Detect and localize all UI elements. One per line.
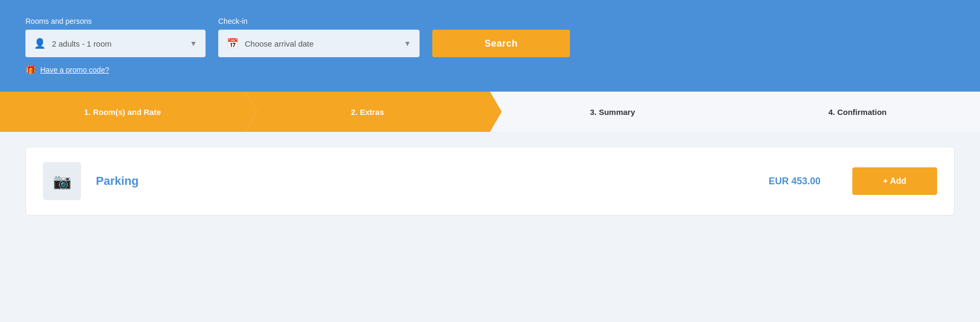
rooms-select[interactable]: 👤 2 adults - 1 room ▼ [25, 30, 206, 57]
add-parking-button[interactable]: + Add [852, 167, 937, 195]
rooms-chevron-icon: ▼ [190, 39, 197, 48]
checkin-chevron-icon: ▼ [404, 39, 411, 48]
calendar-icon: 📅 [227, 38, 238, 49]
steps-inner: 1. Room(s) and Rate 2. Extras 3. Summary… [0, 92, 980, 131]
step-3-label: 3. Summary [590, 108, 635, 117]
parking-price: EUR 453.00 [769, 176, 821, 187]
search-header: Rooms and persons 👤 2 adults - 1 room ▼ … [0, 0, 980, 92]
checkin-field-group: Check-in 📅 Choose arrival date ▼ [218, 17, 420, 57]
parking-card: 📷 Parking EUR 453.00 + Add [25, 147, 955, 216]
parking-name: Parking [96, 174, 754, 188]
steps-bar: 1. Room(s) and Rate 2. Extras 3. Summary… [0, 92, 980, 132]
checkin-label: Check-in [218, 17, 420, 25]
step-4-label: 4. Confirmation [828, 108, 887, 117]
gift-icon: 🎁 [25, 65, 36, 75]
step-3[interactable]: 3. Summary [490, 92, 735, 132]
rooms-field-group: Rooms and persons 👤 2 adults - 1 room ▼ [25, 17, 206, 57]
step-1-label: 1. Room(s) and Rate [84, 108, 161, 117]
parking-image: 📷 [43, 162, 81, 200]
content-inner: 📷 Parking EUR 453.00 + Add [25, 147, 955, 216]
step-2-label: 2. Extras [351, 108, 384, 117]
image-icon: 📷 [53, 173, 72, 190]
search-button[interactable]: Search [432, 30, 570, 57]
step-2[interactable]: 2. Extras [245, 92, 491, 132]
person-icon: 👤 [34, 38, 46, 49]
step-4[interactable]: 4. Confirmation [735, 92, 981, 132]
rooms-value: 2 adults - 1 room [52, 39, 183, 48]
step-1[interactable]: 1. Room(s) and Rate [0, 92, 245, 132]
promo-row: 🎁 Have a promo code? [25, 65, 955, 75]
content-area: 📷 Parking EUR 453.00 + Add [0, 132, 980, 238]
checkin-placeholder: Choose arrival date [245, 39, 397, 48]
rooms-label: Rooms and persons [25, 17, 206, 25]
promo-link[interactable]: Have a promo code? [40, 66, 109, 74]
checkin-select[interactable]: 📅 Choose arrival date ▼ [218, 30, 420, 57]
